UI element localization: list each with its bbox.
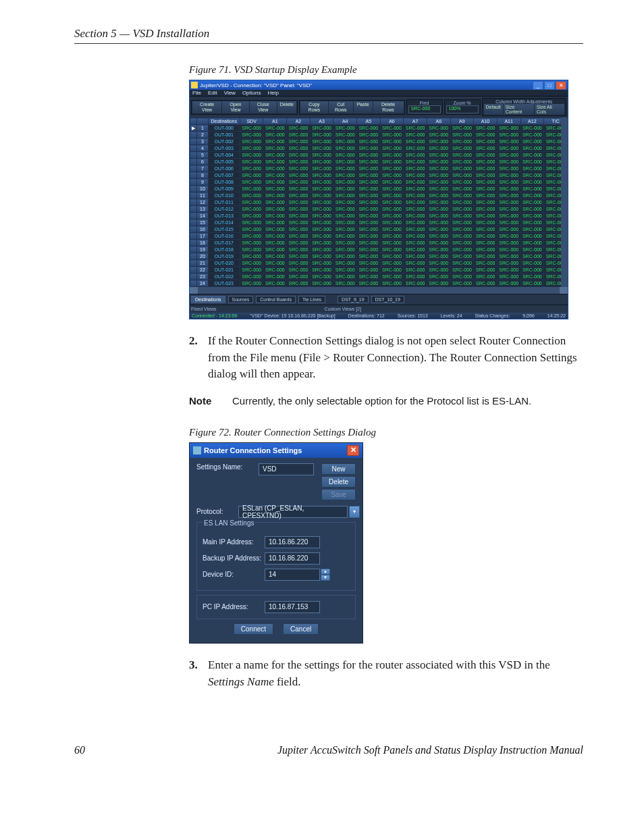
- data-cell[interactable]: SRC-000: [333, 246, 357, 253]
- data-cell[interactable]: SRC-000: [497, 159, 520, 165]
- data-cell[interactable]: SRC-000: [427, 233, 450, 240]
- zoom-input[interactable]: 100%: [446, 105, 479, 113]
- tab-tie-lines[interactable]: Tie Lines: [298, 296, 325, 303]
- data-cell[interactable]: SRC-000: [287, 213, 311, 219]
- data-cell[interactable]: SRC-000: [357, 145, 381, 152]
- data-cell[interactable]: SRC-000: [380, 165, 404, 172]
- grid-header[interactable]: A6: [380, 118, 404, 125]
- data-cell[interactable]: SRC-000: [380, 125, 404, 132]
- destination-cell[interactable]: OUT-016: [208, 233, 240, 240]
- data-cell[interactable]: SRC-000: [427, 132, 450, 138]
- data-cell[interactable]: SRC-000: [450, 280, 474, 287]
- data-cell[interactable]: SRC-000: [404, 219, 427, 226]
- data-cell[interactable]: SRC-000: [357, 260, 381, 267]
- data-cell[interactable]: SRC-000: [263, 132, 287, 138]
- data-cell[interactable]: SRC-000: [310, 240, 333, 246]
- data-cell[interactable]: SRC-000: [497, 280, 520, 287]
- data-cell[interactable]: SRC-000: [380, 240, 404, 246]
- data-cell[interactable]: SRC-000: [427, 179, 450, 186]
- data-cell[interactable]: SRC-000: [333, 138, 357, 145]
- colwidth-size-all-button[interactable]: Size All Cols: [535, 104, 564, 115]
- data-cell[interactable]: SRC-000: [287, 138, 311, 145]
- data-cell[interactable]: SRC-000: [520, 253, 544, 260]
- close-button[interactable]: ✕: [556, 81, 566, 90]
- row-number[interactable]: 24: [197, 280, 208, 287]
- data-cell[interactable]: SRC-000: [240, 125, 263, 132]
- data-cell[interactable]: SRC-000: [380, 199, 404, 206]
- data-cell[interactable]: SRC-000: [310, 280, 333, 287]
- data-cell[interactable]: SRC-000: [357, 132, 381, 138]
- data-cell[interactable]: SRC-000: [240, 192, 263, 199]
- data-cell[interactable]: SRC-000: [380, 145, 404, 152]
- data-cell[interactable]: SRC-000: [450, 125, 474, 132]
- data-cell[interactable]: SRC-000: [404, 125, 427, 132]
- data-cell[interactable]: SRC-000: [427, 186, 450, 192]
- data-cell[interactable]: SRC-000: [263, 165, 287, 172]
- data-cell[interactable]: SRC-000: [380, 186, 404, 192]
- data-cell[interactable]: SRC-000: [357, 138, 381, 145]
- data-cell[interactable]: SRC-000: [497, 233, 520, 240]
- data-cell[interactable]: SRC-000: [427, 199, 450, 206]
- data-cell[interactable]: SRC-000: [427, 172, 450, 179]
- data-cell[interactable]: SRC-000: [287, 159, 311, 165]
- cut-rows-button[interactable]: Cut Rows: [329, 101, 353, 113]
- data-cell[interactable]: SRC-000: [404, 246, 427, 253]
- new-button[interactable]: New: [321, 463, 356, 475]
- data-cell[interactable]: SRC-000: [427, 240, 450, 246]
- data-cell[interactable]: SRC-000: [497, 267, 520, 273]
- data-cell[interactable]: SRC-000: [287, 226, 311, 233]
- data-cell[interactable]: SRC-000: [263, 159, 287, 165]
- data-cell[interactable]: SRC-000: [427, 260, 450, 267]
- data-cell[interactable]: SRC-000: [310, 125, 333, 132]
- grid-header[interactable]: Destinations: [208, 118, 240, 125]
- data-cell[interactable]: SRC-000: [404, 165, 427, 172]
- grid-header[interactable]: A9: [450, 118, 474, 125]
- data-cell[interactable]: SRC-000: [404, 260, 427, 267]
- data-cell[interactable]: SRC-000: [497, 192, 520, 199]
- data-cell[interactable]: SRC-000: [240, 138, 263, 145]
- destination-cell[interactable]: OUT-008: [208, 179, 240, 186]
- data-cell[interactable]: SRC-000: [380, 192, 404, 199]
- data-cell[interactable]: SRC-000: [497, 240, 520, 246]
- data-cell[interactable]: SRC-000: [310, 192, 333, 199]
- data-cell[interactable]: SRC-000: [287, 219, 311, 226]
- data-cell[interactable]: SRC-000: [520, 267, 544, 273]
- data-cell[interactable]: SRC-000: [240, 213, 263, 219]
- data-cell[interactable]: SRC-000: [357, 240, 381, 246]
- protocol-select[interactable]: ESLan (CP_ESLAN, CPESXTND): [238, 506, 348, 518]
- grid-header[interactable]: A8: [427, 118, 450, 125]
- data-cell[interactable]: SRC-000: [404, 253, 427, 260]
- data-cell[interactable]: SRC-000: [497, 260, 520, 267]
- destination-cell[interactable]: OUT-023: [208, 280, 240, 287]
- data-cell[interactable]: SRC-000: [520, 240, 544, 246]
- data-cell[interactable]: SRC-000: [333, 192, 357, 199]
- data-cell[interactable]: SRC-000: [287, 165, 311, 172]
- data-cell[interactable]: SRC-000: [380, 132, 404, 138]
- data-cell[interactable]: SRC-000: [333, 213, 357, 219]
- row-number[interactable]: 17: [197, 233, 208, 240]
- data-cell[interactable]: SRC-000: [333, 199, 357, 206]
- data-cell[interactable]: SRC-000: [474, 213, 498, 219]
- data-cell[interactable]: SRC-000: [450, 219, 474, 226]
- data-cell[interactable]: SRC-000: [333, 186, 357, 192]
- data-cell[interactable]: SRC-000: [380, 280, 404, 287]
- data-cell[interactable]: SRC-000: [357, 246, 381, 253]
- data-cell[interactable]: SRC-000: [333, 253, 357, 260]
- data-cell[interactable]: SRC-000: [474, 199, 498, 206]
- data-cell[interactable]: SRC-000: [310, 226, 333, 233]
- data-cell[interactable]: SRC-000: [240, 280, 263, 287]
- data-cell[interactable]: SRC-000: [450, 267, 474, 273]
- data-cell[interactable]: SRC-000: [310, 213, 333, 219]
- data-cell[interactable]: SRC-000: [404, 186, 427, 192]
- data-cell[interactable]: SRC-000: [310, 199, 333, 206]
- data-cell[interactable]: SRC-000: [497, 253, 520, 260]
- data-cell[interactable]: SRC-000: [497, 219, 520, 226]
- row-number[interactable]: 1: [197, 125, 208, 132]
- data-cell[interactable]: SRC-000: [310, 267, 333, 273]
- device-id-input[interactable]: 14: [265, 569, 320, 581]
- data-cell[interactable]: SRC-000: [474, 192, 498, 199]
- data-cell[interactable]: SRC-000: [520, 206, 544, 213]
- data-cell[interactable]: SRC-000: [427, 159, 450, 165]
- data-cell[interactable]: SRC-000: [310, 186, 333, 192]
- settings-name-input[interactable]: VSD: [259, 463, 314, 475]
